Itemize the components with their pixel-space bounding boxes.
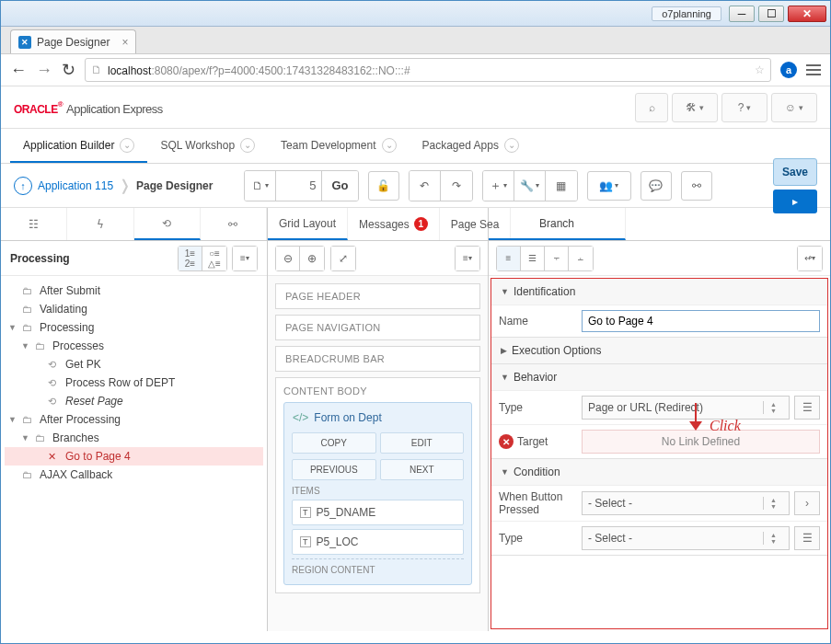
browser-menu-icon[interactable]	[806, 64, 821, 75]
tree-node-validating[interactable]: 🗀Validating	[5, 300, 263, 318]
expand-layout-button[interactable]: ⤢	[331, 247, 355, 270]
up-icon[interactable]: ↑	[14, 177, 32, 195]
section-breadcrumb[interactable]: BREADCRUMB BAR	[275, 346, 480, 372]
bookmark-icon[interactable]: ☆	[755, 63, 765, 76]
select-type[interactable]: Page or URL (Redirect)▲▼	[582, 396, 790, 420]
window-close-button[interactable]: ✕	[788, 6, 826, 22]
tab-close-icon[interactable]: ×	[121, 36, 128, 49]
label-name: Name	[499, 315, 582, 328]
extension-icon[interactable]: a	[780, 62, 797, 78]
lock-button[interactable]: 🔓	[368, 171, 399, 201]
layout-btn-prev[interactable]: PREVIOUS	[292, 459, 376, 480]
save-button[interactable]: Save	[773, 158, 817, 186]
tab-dynamic[interactable]: ϟ	[67, 208, 133, 240]
main-menu: Application Builder⌄ SQL Workshop⌄ Team …	[1, 129, 830, 164]
select-cond-type[interactable]: - Select -▲▼	[582, 526, 790, 550]
sort-seq-button[interactable]: 1≡2≡	[179, 247, 202, 270]
account-button[interactable]: ☺▾	[771, 93, 817, 122]
view-mode-4-button[interactable]: ⫠	[569, 247, 593, 270]
view-mode-3-button[interactable]: ⫟	[545, 247, 569, 270]
menu-team-dev[interactable]: Team Development⌄	[268, 129, 409, 163]
when-next-button[interactable]: ›	[794, 491, 820, 515]
view-mode-2-button[interactable]: ☰	[521, 247, 545, 270]
breadcrumb-app[interactable]: Application 115	[38, 179, 113, 192]
layout-menu-button[interactable]: ≡▾	[456, 247, 479, 270]
layout-btn-next[interactable]: NEXT	[380, 459, 465, 480]
tab-shared[interactable]: ⚯	[201, 208, 267, 240]
layout-button[interactable]: ▦	[546, 171, 577, 201]
search-button[interactable]: ⌕	[635, 93, 668, 122]
menu-packaged-apps[interactable]: Packaged Apps⌄	[410, 129, 532, 163]
zoom-out-button[interactable]: ⊖	[276, 247, 300, 270]
layout-btn-copy[interactable]: COPY	[292, 432, 376, 454]
page-number-input[interactable]	[276, 171, 322, 201]
region-form-on-dept[interactable]: </>Form on Dept COPYEDIT PREVIOUSNEXT IT…	[283, 402, 472, 585]
zoom-in-button[interactable]: ⊕	[300, 247, 324, 270]
page-lock-button[interactable]: 🗋▾	[245, 171, 276, 201]
section-behavior[interactable]: ▼Behavior	[491, 364, 827, 390]
tab-grid-layout[interactable]: Grid Layout	[268, 208, 348, 240]
help-button[interactable]: ?▾	[721, 93, 768, 122]
tree-node-goto-page4[interactable]: ✕Go to Page 4	[5, 447, 263, 466]
redo-button[interactable]: ↷	[441, 171, 472, 201]
folder-icon: 🗀	[22, 469, 35, 480]
type-list-button[interactable]: ☰	[794, 396, 820, 420]
nav-back-icon[interactable]: ←	[10, 61, 27, 80]
menu-sql-workshop[interactable]: SQL Workshop⌄	[147, 129, 268, 163]
tree-node-after-submit[interactable]: 🗀After Submit	[5, 282, 263, 300]
team-button[interactable]: 👥▾	[587, 171, 631, 201]
item-icon: T	[300, 507, 311, 518]
app-header: ORACLE®Application Express ⌕ 🛠▾ ?▾ ☺▾	[1, 86, 830, 129]
tab-branch[interactable]: Branch	[489, 208, 626, 240]
tree-node-processes[interactable]: ▼🗀Processes	[5, 337, 263, 355]
section-page-nav[interactable]: PAGE NAVIGATION	[275, 315, 480, 340]
tree-node-reset-page[interactable]: ⟲Reset Page	[5, 392, 263, 410]
admin-button[interactable]: 🛠▾	[672, 93, 718, 122]
tab-processing[interactable]: ⟲	[134, 208, 201, 240]
shared-button[interactable]: ⚯	[681, 171, 712, 201]
nav-reload-icon[interactable]: ↻	[62, 60, 75, 80]
view-mode-1-button[interactable]: ≡	[497, 247, 521, 270]
create-button[interactable]: ＋▾	[483, 171, 514, 201]
tab-rendering[interactable]: ☷	[1, 208, 67, 240]
undo-button[interactable]: ↶	[410, 171, 441, 201]
section-identification[interactable]: ▼Identification	[491, 279, 827, 305]
tree-node-after-processing[interactable]: ▼🗀After Processing	[5, 410, 263, 429]
tree-node-get-pk[interactable]: ⟲Get PK	[5, 355, 263, 374]
tree-node-process-row[interactable]: ⟲Process Row of DEPT	[5, 374, 263, 392]
section-page-header[interactable]: PAGE HEADER	[275, 283, 480, 309]
section-execution[interactable]: ▶Execution Options	[491, 338, 827, 363]
go-button[interactable]: Go	[322, 171, 357, 201]
grid-icon: ▦	[556, 179, 566, 192]
window-minimize-button[interactable]: ─	[729, 6, 755, 22]
tab-messages[interactable]: Messages1	[348, 208, 440, 240]
utilities-button[interactable]: 🔧▾	[514, 171, 546, 201]
layout-btn-edit[interactable]: EDIT	[380, 432, 465, 454]
item-p5-dname[interactable]: TP5_DNAME	[292, 500, 464, 525]
browser-tab[interactable]: ✕ Page Designer ×	[10, 29, 136, 53]
tree-node-branches[interactable]: ▼🗀Branches	[5, 429, 263, 447]
left-pane: ☷ ϟ ⟲ ⚯ Processing 1≡2≡○≡△≡ ≡▾ 🗀After Su…	[1, 208, 268, 631]
tree-node-ajax[interactable]: 🗀AJAX Callback	[5, 466, 263, 484]
cond-list-button[interactable]: ☰	[794, 526, 820, 550]
item-p5-loc[interactable]: TP5_LOC	[292, 529, 464, 555]
expand-icon: ⤢	[339, 252, 348, 265]
input-name[interactable]	[582, 310, 820, 332]
browser-nav-bar: ← → ↻ 🗋 localhost:8080/apex/f?p=4000:450…	[1, 54, 830, 86]
prop-menu-button[interactable]: ↫▾	[798, 247, 822, 270]
shared-icon: ⚯	[228, 218, 237, 231]
expand-button[interactable]: ≡▾	[233, 247, 257, 270]
page-icon: 🗋	[252, 179, 263, 192]
section-condition[interactable]: ▼Condition	[491, 459, 827, 485]
play-icon: ▸	[792, 195, 798, 208]
select-when-button[interactable]: - Select -▲▼	[582, 491, 790, 515]
menu-app-builder[interactable]: Application Builder⌄	[10, 129, 147, 163]
tab-favicon-icon: ✕	[18, 36, 31, 49]
processing-tree: 🗀After Submit 🗀Validating ▼🗀Processing ▼…	[1, 276, 267, 631]
url-bar[interactable]: 🗋 localhost:8080/apex/f?p=4000:4500:1743…	[85, 58, 771, 82]
tree-node-processing[interactable]: ▼🗀Processing	[5, 318, 263, 337]
sort-type-button[interactable]: ○≡△≡	[202, 247, 226, 270]
target-button[interactable]: No Link Defined	[582, 430, 820, 454]
window-maximize-button[interactable]: ☐	[758, 6, 784, 22]
comment-button[interactable]: 💬	[641, 171, 672, 201]
